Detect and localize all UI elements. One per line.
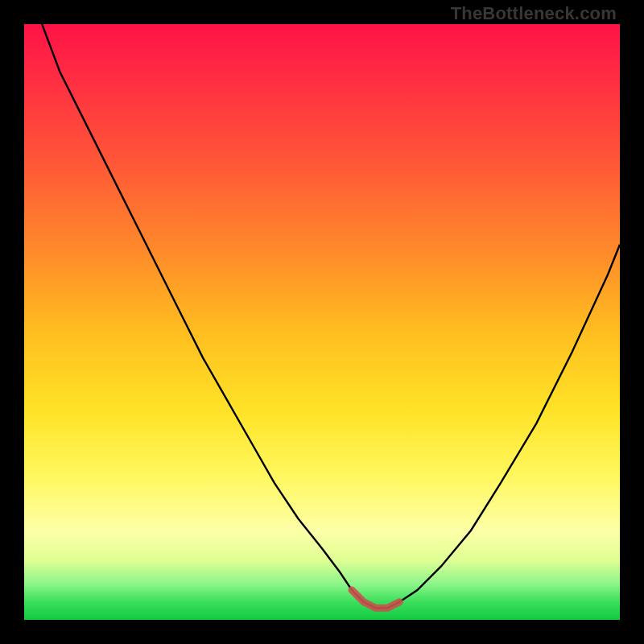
watermark-text: TheBottleneck.com xyxy=(451,3,617,24)
curve-svg xyxy=(24,24,620,620)
plot-area xyxy=(24,24,620,620)
optimal-range-highlight xyxy=(352,590,399,608)
chart-frame: TheBottleneck.com xyxy=(0,0,644,644)
bottleneck-curve xyxy=(42,24,620,608)
